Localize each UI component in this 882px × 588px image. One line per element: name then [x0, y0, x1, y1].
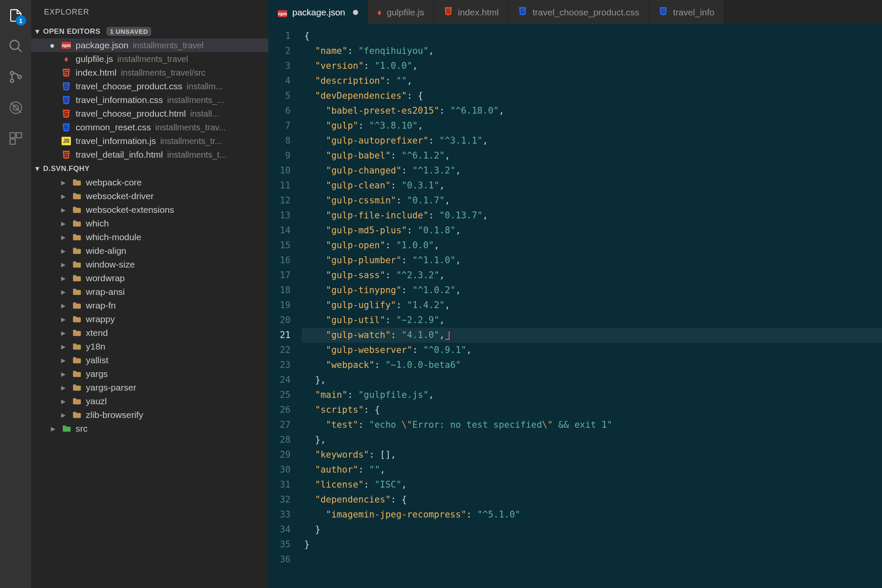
- line-number: 13: [268, 208, 291, 223]
- token-key: "gulp-cssmin": [326, 195, 396, 206]
- token-punc: ,: [466, 345, 472, 355]
- folder-item[interactable]: ▸wrappy: [31, 312, 268, 326]
- open-editor-item[interactable]: ●npmpackage.jsoninstallments_travel: [31, 38, 268, 52]
- editor-tab[interactable]: ♦gulpfile.js: [368, 0, 434, 24]
- code-line[interactable]: "gulp-tinypng": "^1.0.2",: [302, 283, 882, 298]
- code-line[interactable]: [302, 552, 882, 567]
- editor-tab[interactable]: npmpackage.json: [268, 0, 368, 24]
- code-line[interactable]: "version": "1.0.0",: [302, 59, 882, 74]
- code-line[interactable]: "gulp-file-include": "0.13.7",: [302, 208, 882, 223]
- code-line[interactable]: },: [302, 432, 882, 447]
- folder-item[interactable]: ▸yallist: [31, 353, 268, 367]
- code-line[interactable]: },: [302, 373, 882, 388]
- code-line[interactable]: "gulp-changed": "^1.3.2",: [302, 163, 882, 178]
- code-line[interactable]: "gulp-webserver": "^0.9.1",: [302, 343, 882, 358]
- code-line[interactable]: "gulp-watch": "4.1.0",: [302, 328, 882, 343]
- folder-item[interactable]: ▸window-size: [31, 258, 268, 271]
- folder-item[interactable]: ▸webpack-core: [31, 176, 268, 189]
- editor-tab[interactable]: travel_info: [649, 0, 724, 24]
- code-content[interactable]: { "name": "fenqihuiyou", "version": "1.0…: [302, 29, 882, 588]
- open-editor-item[interactable]: travel_detail_info.htmlinstallments_t...: [31, 148, 268, 162]
- code-line[interactable]: "gulp-open": "1.0.0",: [302, 238, 882, 253]
- code-area[interactable]: 1234567891011121314151617181920212223242…: [268, 24, 882, 588]
- folder-item[interactable]: ▸wordwrap: [31, 271, 268, 285]
- code-line[interactable]: "author": "",: [302, 462, 882, 477]
- folder-item[interactable]: ▸zlib-browserify: [31, 408, 268, 422]
- code-line[interactable]: "gulp-babel": "^6.1.2",: [302, 148, 882, 163]
- folder-item[interactable]: ▸xtend: [31, 326, 268, 340]
- line-number: 7: [268, 118, 291, 133]
- code-line[interactable]: "dependencies": {: [302, 492, 882, 507]
- code-line[interactable]: }: [302, 537, 882, 552]
- open-editor-item[interactable]: common_reset.cssinstallments_trav...: [31, 121, 268, 134]
- folder-item[interactable]: ▸yargs-parser: [31, 381, 268, 394]
- open-editor-item[interactable]: travel_choose_product.cssinstallm...: [31, 79, 268, 93]
- code-line[interactable]: "gulp-util": "~2.2.9",: [302, 313, 882, 328]
- token-str: "^0.9.1": [423, 345, 466, 355]
- extensions-icon[interactable]: [7, 129, 25, 147]
- search-icon[interactable]: [7, 37, 25, 55]
- folder-item[interactable]: ▸yauzl: [31, 394, 268, 408]
- open-editor-item[interactable]: travel_information.cssinstallments_...: [31, 93, 268, 107]
- token-punc: ,: [402, 479, 407, 490]
- folder-item[interactable]: ▸y18n: [31, 340, 268, 353]
- code-line[interactable]: "gulp-sass": "^2.3.2",: [302, 268, 882, 283]
- code-line[interactable]: "description": "",: [302, 74, 882, 88]
- code-line[interactable]: "gulp-cssmin": "0.1.7",: [302, 193, 882, 208]
- code-line[interactable]: "gulp-plumber": "^1.1.0",: [302, 253, 882, 268]
- token-punc: ,: [445, 150, 450, 161]
- token-punc: :: [396, 195, 407, 206]
- folder-item[interactable]: ▸yargs: [31, 367, 268, 381]
- code-line[interactable]: "gulp-autoprefixer": "^3.1.1",: [302, 133, 882, 148]
- project-header[interactable]: ▾ D.SVN.FQHY: [31, 162, 268, 176]
- git-icon[interactable]: [7, 68, 25, 86]
- code-line[interactable]: {: [302, 29, 882, 44]
- folder-item[interactable]: ▸which: [31, 217, 268, 230]
- line-number: 18: [268, 283, 291, 298]
- code-line[interactable]: "gulp-uglify": "1.4.2",: [302, 298, 882, 313]
- folder-item[interactable]: ▸wide-align: [31, 244, 268, 258]
- token-punc: : {: [364, 405, 380, 415]
- code-line[interactable]: "gulp-clean": "0.3.1",: [302, 178, 882, 193]
- html-icon: [444, 6, 453, 18]
- token-str: && exit 1": [553, 420, 612, 430]
- code-line[interactable]: "name": "fenqihuiyou",: [302, 44, 882, 59]
- code-line[interactable]: "webpack": "~1.0.0-beta6": [302, 358, 882, 373]
- token-punc: :: [364, 61, 374, 71]
- token-punc: ,: [429, 390, 434, 400]
- code-line[interactable]: "test": "echo \"Error: no test specified…: [302, 417, 882, 432]
- editor-tab[interactable]: index.html: [434, 0, 509, 24]
- code-line[interactable]: "keywords": [],: [302, 447, 882, 462]
- folder-item[interactable]: ▸websocket-extensions: [31, 203, 268, 217]
- code-line[interactable]: "devDependencies": {: [302, 88, 882, 103]
- line-number-gutter: 1234567891011121314151617181920212223242…: [268, 29, 302, 588]
- line-number: 23: [268, 358, 291, 373]
- code-line[interactable]: "gulp": "^3.8.10",: [302, 118, 882, 133]
- folder-item[interactable]: ▸websocket-driver: [31, 189, 268, 203]
- folder-item-src[interactable]: ▸src: [31, 422, 268, 435]
- code-line[interactable]: "gulp-md5-plus": "0.1.8",: [302, 223, 882, 238]
- open-editors-header[interactable]: ▾ OPEN EDITORS 1 UNSAVED: [31, 24, 268, 38]
- code-line[interactable]: "main": "gulpfile.js",: [302, 388, 882, 403]
- open-editor-item[interactable]: ♦gulpfile.jsinstallments_travel: [31, 52, 268, 66]
- folder-item[interactable]: ▸wrap-ansi: [31, 285, 268, 299]
- token-str: "^2.3.2": [396, 270, 439, 280]
- tab-label: gulpfile.js: [387, 7, 424, 18]
- folder-item[interactable]: ▸wrap-fn: [31, 299, 268, 312]
- explorer-icon[interactable]: 1: [7, 6, 25, 24]
- debug-icon[interactable]: [7, 99, 25, 117]
- code-line[interactable]: "imagemin-jpeg-recompress": "^5.1.0": [302, 507, 882, 522]
- code-line[interactable]: "license": "ISC",: [302, 477, 882, 492]
- folder-item[interactable]: ▸which-module: [31, 230, 268, 244]
- token-punc: ,: [445, 195, 450, 206]
- open-editor-item[interactable]: index.htmlinstallments_travel/src: [31, 66, 268, 79]
- css-icon: [659, 6, 668, 18]
- code-line[interactable]: }: [302, 522, 882, 537]
- open-editor-item[interactable]: travel_choose_product.htmlinstall...: [31, 107, 268, 121]
- code-line[interactable]: "babel-preset-es2015": "^6.18.0",: [302, 103, 882, 118]
- code-line[interactable]: "scripts": {: [302, 403, 882, 417]
- open-editor-item[interactable]: JStravel_information.jsinstallments_tr..…: [31, 134, 268, 148]
- editor-tab[interactable]: travel_choose_product.css: [509, 0, 649, 24]
- token-punc: ,: [412, 61, 418, 71]
- src-folder-icon: [62, 424, 71, 433]
